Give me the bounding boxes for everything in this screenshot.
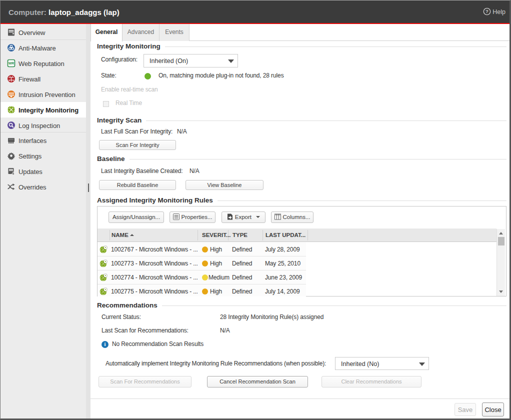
svg-text:?: ?: [486, 8, 488, 14]
svg-text:WR: WR: [8, 62, 14, 65]
